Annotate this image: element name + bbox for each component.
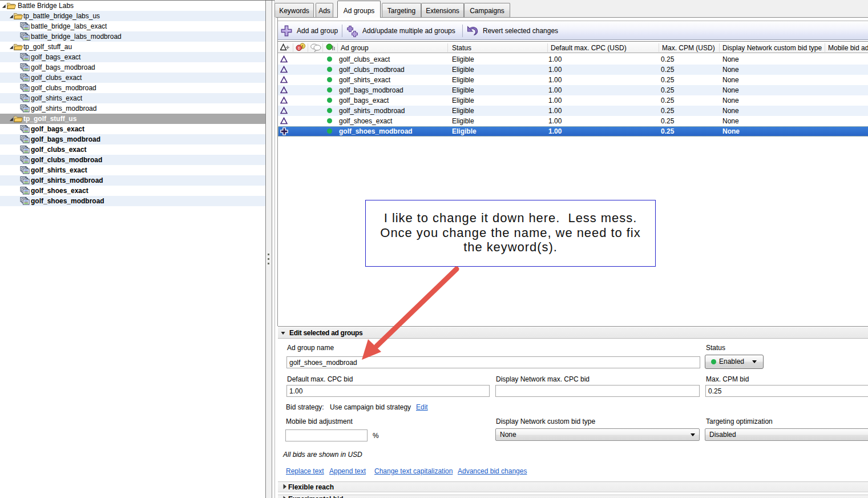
svg-text:!: ! (298, 46, 300, 51)
